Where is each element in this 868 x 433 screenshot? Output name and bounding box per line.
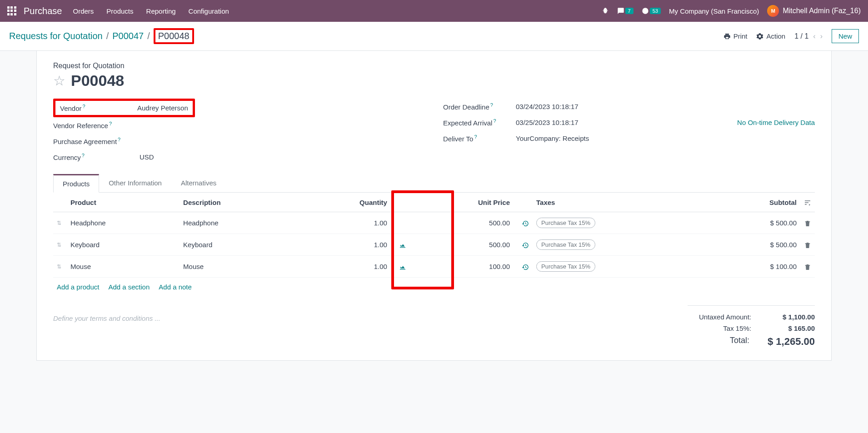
history-icon[interactable] [522, 241, 529, 249]
cell-qty[interactable]: 1.00 [298, 212, 391, 234]
action-button[interactable]: Action [756, 32, 785, 40]
total-value: $ 1,265.00 [768, 336, 815, 348]
col-taxes[interactable]: Taxes [533, 193, 709, 212]
apps-icon[interactable] [7, 6, 16, 15]
cell-subtotal: $ 100.00 [708, 256, 800, 278]
table-row[interactable]: ⇅ Keyboard Keyboard 1.00 500.00 Purchase… [53, 234, 815, 256]
history-icon[interactable] [522, 263, 529, 270]
vendor-highlight: Vendor? Audrey Peterson [53, 99, 195, 117]
vendor-field[interactable]: Audrey Peterson [137, 104, 188, 112]
priority-star-icon[interactable]: ☆ [53, 73, 65, 89]
record-type-label: Request for Quotation [53, 62, 815, 70]
delete-row-icon[interactable] [800, 256, 815, 278]
record-title: P00048 [71, 72, 124, 90]
add-section-link[interactable]: Add a section [108, 283, 150, 291]
cell-subtotal: $ 500.00 [708, 212, 800, 234]
pager: 1 / 1 ‹ › [794, 32, 823, 40]
tab-other-info[interactable]: Other Information [99, 174, 171, 192]
terms-input[interactable]: Define your terms and conditions ... [53, 305, 688, 349]
company-selector[interactable]: My Company (San Francisco) [669, 7, 759, 15]
activities-badge: 53 [650, 8, 661, 14]
col-product[interactable]: Product [67, 193, 180, 212]
top-navbar: Purchase Orders Products Reporting Confi… [0, 0, 868, 22]
form-sheet: Request for Quotation ☆ P00048 Vendor? A… [36, 51, 832, 361]
cell-price[interactable]: 100.00 [410, 256, 514, 278]
cell-product[interactable]: Headphone [67, 212, 180, 234]
deliver-to-field[interactable]: YourCompany: Receipts [516, 134, 589, 142]
help-icon[interactable]: ? [109, 121, 112, 126]
messages-badge: 7 [625, 8, 634, 14]
menu-products[interactable]: Products [106, 7, 133, 15]
cell-tax[interactable]: Purchase Tax 15% [533, 212, 709, 234]
help-icon[interactable]: ? [82, 153, 85, 158]
breadcrumb-current: P00048 [154, 28, 194, 44]
pager-next-icon[interactable]: › [820, 32, 823, 40]
new-button[interactable]: New [832, 29, 859, 43]
breadcrumb-parent[interactable]: P00047 [112, 31, 144, 41]
breadcrumb: Requests for Quotation / P00047 / P00048 [9, 28, 194, 44]
avatar: M [767, 5, 779, 17]
activities-icon[interactable]: 53 [642, 7, 661, 15]
cell-description[interactable]: Keyboard [180, 234, 298, 256]
drag-handle-icon[interactable]: ⇅ [53, 234, 67, 256]
col-unit-price[interactable]: Unit Price [410, 193, 514, 212]
gear-icon [756, 33, 763, 40]
user-menu[interactable]: M Mitchell Admin (Faz_16) [767, 5, 861, 17]
col-description[interactable]: Description [180, 193, 298, 212]
cell-price[interactable]: 500.00 [410, 234, 514, 256]
table-row[interactable]: ⇅ Mouse Mouse 1.00 100.00 Purchase Tax 1… [53, 256, 815, 278]
currency-field[interactable]: USD [140, 153, 154, 161]
tab-alternatives[interactable]: Alternatives [171, 174, 226, 192]
cell-price[interactable]: 500.00 [410, 212, 514, 234]
history-icon[interactable] [522, 219, 529, 227]
help-icon[interactable]: ? [474, 134, 477, 139]
debug-icon[interactable] [602, 7, 609, 15]
cell-qty[interactable]: 1.00 [298, 234, 391, 256]
col-quantity[interactable]: Quantity [298, 193, 391, 212]
total-label: Total: [730, 336, 749, 348]
deadline-field[interactable]: 03/24/2023 10:18:17 [516, 103, 579, 110]
forecast-icon[interactable] [399, 241, 406, 249]
col-options-icon[interactable] [800, 193, 815, 212]
tab-products[interactable]: Products [53, 174, 99, 193]
help-icon[interactable]: ? [493, 118, 496, 124]
menu-orders[interactable]: Orders [73, 7, 94, 15]
pager-prev-icon[interactable]: ‹ [813, 32, 815, 40]
delete-row-icon[interactable] [800, 234, 815, 256]
help-icon[interactable]: ? [118, 137, 120, 142]
arrival-field[interactable]: 03/25/2023 10:18:17 [516, 119, 579, 126]
cell-product[interactable]: Keyboard [67, 234, 180, 256]
order-lines-table: Product Description Quantity Unit Price … [53, 193, 815, 278]
menu-configuration[interactable]: Configuration [189, 7, 229, 15]
messages-icon[interactable]: 7 [617, 7, 634, 15]
cell-tax[interactable]: Purchase Tax 15% [533, 256, 709, 278]
tabs: Products Other Information Alternatives [53, 174, 815, 193]
help-icon[interactable]: ? [83, 104, 85, 109]
print-button[interactable]: Print [723, 32, 748, 40]
untaxed-label: Untaxed Amount: [699, 313, 751, 321]
add-links: Add a product Add a section Add a note [53, 278, 815, 296]
cell-product[interactable]: Mouse [67, 256, 180, 278]
app-name[interactable]: Purchase [24, 6, 62, 16]
delete-row-icon[interactable] [800, 212, 815, 234]
col-subtotal[interactable]: Subtotal [708, 193, 800, 212]
forecast-icon[interactable] [399, 263, 406, 270]
pager-value[interactable]: 1 / 1 [794, 32, 808, 40]
cell-description[interactable]: Headphone [180, 212, 298, 234]
add-product-link[interactable]: Add a product [57, 283, 99, 291]
breadcrumb-root[interactable]: Requests for Quotation [9, 31, 103, 41]
drag-handle-icon[interactable]: ⇅ [53, 256, 67, 278]
cell-tax[interactable]: Purchase Tax 15% [533, 234, 709, 256]
table-row[interactable]: ⇅ Headphone Headphone 1.00 500.00 Purcha… [53, 212, 815, 234]
help-icon[interactable]: ? [490, 102, 493, 108]
user-name: Mitchell Admin (Faz_16) [783, 7, 861, 15]
delivery-stat-link[interactable]: No On-time Delivery Data [737, 119, 815, 126]
cell-qty[interactable]: 1.00 [298, 256, 391, 278]
add-note-link[interactable]: Add a note [159, 283, 192, 291]
tax-value: $ 165.00 [769, 324, 815, 332]
untaxed-value: $ 1,100.00 [769, 313, 815, 321]
cell-description[interactable]: Mouse [180, 256, 298, 278]
main-menu: Orders Products Reporting Configuration [73, 7, 229, 15]
menu-reporting[interactable]: Reporting [146, 7, 176, 15]
drag-handle-icon[interactable]: ⇅ [53, 212, 67, 234]
